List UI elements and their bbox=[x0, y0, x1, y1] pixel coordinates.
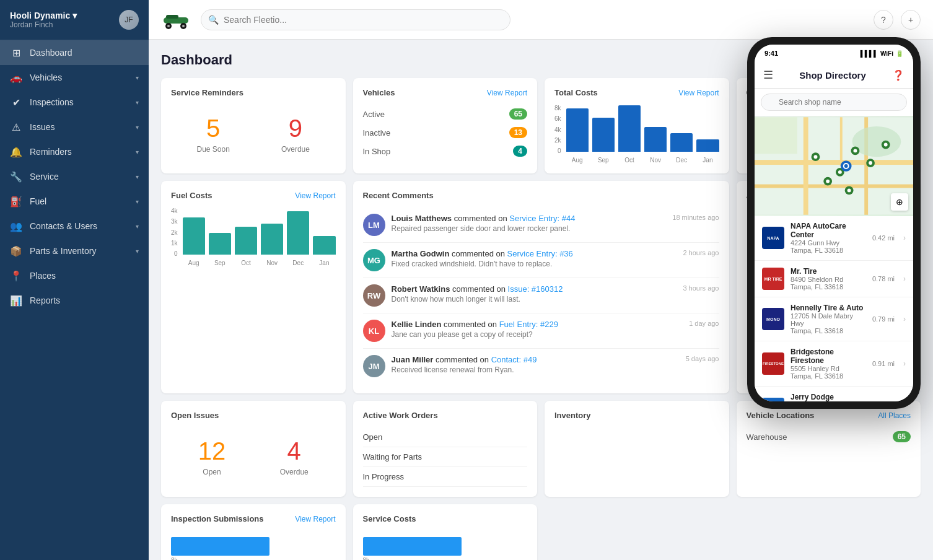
phone-search-input[interactable] bbox=[761, 94, 907, 111]
sidebar-item-inspections[interactable]: ✔ Inspections ▾ bbox=[0, 90, 149, 115]
sidebar-item-vehicles[interactable]: 🚗 Vehicles ▾ bbox=[0, 65, 149, 90]
issues-overdue-label: Overdue bbox=[280, 468, 309, 476]
comment-item: JM Juan Miller commented on Contact: #49… bbox=[363, 349, 719, 383]
phone-app-header: ☰ Shop Directory ❓ bbox=[755, 62, 913, 89]
sidebar-item-label: Fuel bbox=[30, 196, 128, 206]
bar bbox=[209, 233, 231, 255]
vehicles-view-report[interactable]: View Report bbox=[487, 89, 527, 97]
fuel-costs-header: Fuel Costs View Report bbox=[171, 191, 336, 200]
fuel-costs-chart: 4k 3k 2k 1k 0 bbox=[171, 208, 336, 266]
commenter-avatar: RW bbox=[363, 284, 385, 307]
shop-name: Hennelly Tire & Auto bbox=[791, 304, 866, 312]
chevron-right-icon: › bbox=[903, 359, 906, 368]
sidebar-item-label: Places bbox=[30, 271, 139, 281]
shop-logo: NAPA bbox=[762, 227, 784, 249]
due-soon-label: Due Soon bbox=[197, 145, 230, 154]
open-issues-title: Open Issues bbox=[171, 411, 336, 420]
map-svg bbox=[755, 116, 913, 216]
vehicle-locations-header: Vehicle Locations All Places bbox=[747, 411, 911, 420]
comment-body: Robert Watkins commented on Issue: #1603… bbox=[392, 284, 719, 307]
sidebar-item-fuel[interactable]: ⛽ Fuel ▾ bbox=[0, 189, 149, 214]
bar bbox=[696, 139, 719, 152]
comment-link[interactable]: Fuel Entry: #229 bbox=[499, 320, 558, 329]
inventory-card: Inventory bbox=[545, 401, 729, 497]
comment-link[interactable]: Service Entry: #36 bbox=[507, 249, 573, 258]
shop-list-item[interactable]: MR TIRE Mr. Tire 8490 Sheldon RdTampa, F… bbox=[755, 261, 913, 297]
phone-help-icon[interactable]: ❓ bbox=[892, 69, 905, 81]
service-costs-card: Service Costs 8k bbox=[353, 504, 538, 560]
inspection-view-report[interactable]: View Report bbox=[295, 515, 335, 523]
chart-x-labels: Aug Sep Oct Nov Dec Jan bbox=[566, 157, 719, 164]
chevron-down-icon: ▾ bbox=[136, 99, 139, 106]
comment-time: 1 day ago bbox=[689, 320, 719, 327]
inactive-badge: 13 bbox=[509, 127, 527, 138]
shop-list-item[interactable]: NAPA NAPA AutoCare Center 4224 Gunn HwyT… bbox=[755, 216, 913, 261]
vehicle-locations-title: Vehicle Locations bbox=[747, 411, 815, 420]
shop-address: 8490 Sheldon RdTampa, FL 33618 bbox=[791, 276, 866, 291]
comment-link[interactable]: Issue: #160312 bbox=[508, 284, 563, 294]
service-reminders-title: Service Reminders bbox=[171, 88, 336, 97]
commenter-avatar: JM bbox=[363, 355, 385, 377]
due-soon-count: 5 bbox=[197, 115, 230, 142]
sidebar-item-issues[interactable]: ⚠ Issues ▾ bbox=[0, 115, 149, 139]
vehicles-title: Vehicles bbox=[363, 88, 395, 97]
comment-text: Juan Miller commented on Contact: #49 bbox=[392, 355, 537, 364]
bar-group bbox=[235, 227, 257, 255]
help-button[interactable]: ? bbox=[874, 10, 893, 30]
fuel-costs-view-report[interactable]: View Report bbox=[295, 191, 335, 200]
shop-name: Bridgestone Firestone bbox=[791, 348, 866, 365]
inspections-icon: ✔ bbox=[10, 96, 22, 108]
bar-group bbox=[644, 127, 667, 152]
comment-header: Martha Godwin commented on Service Entry… bbox=[392, 249, 719, 258]
phone-frame: 9:41 ▌▌▌▌ WiFi 🔋 ☰ Shop Directory ❓ 🔍 bbox=[747, 37, 921, 409]
bar-group bbox=[618, 105, 641, 152]
sidebar-item-reminders[interactable]: 🔔 Reminders ▾ bbox=[0, 139, 149, 164]
issues-open-label: Open bbox=[198, 468, 226, 476]
all-places-link[interactable]: All Places bbox=[878, 411, 911, 420]
issues-overdue-stat: 4 Overdue bbox=[280, 437, 309, 476]
sidebar-item-contacts[interactable]: 👥 Contacts & Users ▾ bbox=[0, 214, 149, 238]
comment-link[interactable]: Contact: #49 bbox=[491, 355, 537, 364]
shop-list-item[interactable]: Jeep Jerry Dodge Chrysler 6024 Douglas R… bbox=[755, 387, 913, 401]
inventory-title: Inventory bbox=[554, 411, 719, 420]
due-soon-stat: 5 Due Soon bbox=[197, 115, 230, 154]
avatar: JF bbox=[119, 10, 139, 30]
svg-point-33 bbox=[826, 180, 830, 183]
bar bbox=[183, 217, 205, 255]
service-costs-bar bbox=[363, 537, 462, 556]
bar bbox=[313, 236, 335, 255]
chevron-down-icon: ▾ bbox=[136, 198, 139, 205]
sidebar-item-places[interactable]: 📍 Places bbox=[0, 263, 149, 288]
shop-address: 12705 N Dale Mabry HwyTampa, FL 33618 bbox=[791, 312, 866, 335]
comment-time: 2 hours ago bbox=[683, 249, 719, 256]
add-button[interactable]: + bbox=[901, 10, 921, 30]
shop-name: Mr. Tire bbox=[791, 267, 866, 276]
search-input[interactable] bbox=[201, 9, 510, 30]
hamburger-icon[interactable]: ☰ bbox=[763, 68, 773, 82]
shop-list-item[interactable]: FIRESTONE Bridgestone Firestone 5505 Han… bbox=[755, 341, 913, 387]
shop-list-item[interactable]: MONO Hennelly Tire & Auto 12705 N Dale M… bbox=[755, 297, 913, 341]
svg-point-35 bbox=[848, 188, 851, 192]
sidebar-item-parts[interactable]: 📦 Parts & Inventory ▾ bbox=[0, 238, 149, 263]
total-costs-view-report[interactable]: View Report bbox=[678, 89, 719, 97]
map-location-button[interactable]: ⊕ bbox=[891, 193, 908, 211]
comment-link[interactable]: Service Entry: #44 bbox=[509, 214, 575, 223]
phone-status-icons: ▌▌▌▌ WiFi 🔋 bbox=[861, 50, 903, 57]
svg-rect-23 bbox=[755, 117, 797, 154]
service-reminders-card: Service Reminders 5 Due Soon 9 Overdue bbox=[161, 78, 346, 173]
brand-name[interactable]: Hooli Dynamic ▾ bbox=[10, 11, 77, 20]
sidebar-item-reports[interactable]: 📊 Reports bbox=[0, 288, 149, 313]
phone-time: 9:41 bbox=[764, 50, 778, 57]
sidebar-item-dashboard[interactable]: ⊞ Dashboard bbox=[0, 40, 149, 65]
inspection-chart bbox=[171, 531, 336, 556]
inshop-badge: 4 bbox=[513, 146, 527, 157]
comment-text: Martha Godwin commented on Service Entry… bbox=[392, 249, 573, 258]
service-costs-title: Service Costs bbox=[363, 514, 528, 523]
sidebar-item-label: Inspections bbox=[30, 97, 128, 107]
shop-list: NAPA NAPA AutoCare Center 4224 Gunn HwyT… bbox=[755, 216, 913, 401]
sidebar-item-label: Reports bbox=[30, 295, 139, 305]
svg-point-4 bbox=[167, 25, 170, 27]
phone-map[interactable]: ⊕ bbox=[755, 116, 913, 216]
sidebar-item-service[interactable]: 🔧 Service ▾ bbox=[0, 164, 149, 189]
sidebar-item-label: Vehicles bbox=[30, 72, 128, 82]
